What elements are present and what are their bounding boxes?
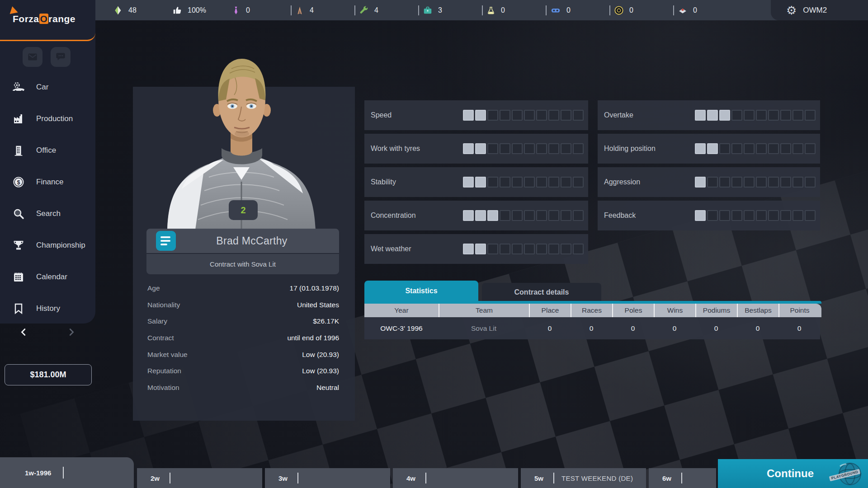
chevron-right-icon[interactable] (66, 327, 76, 337)
tower-icon (295, 5, 304, 15)
skill-meter (695, 143, 816, 154)
skill-square (512, 210, 523, 221)
continue-label: Continue (767, 467, 814, 480)
flask-icon (486, 5, 495, 15)
skill-square (512, 110, 523, 121)
sidebar-item-finance[interactable]: $Finance (0, 166, 95, 198)
info-value: Low (20.93) (302, 351, 339, 359)
skill-square (475, 244, 486, 254)
skill-label: Speed (371, 111, 392, 119)
continue-button[interactable]: Continue PLAYGROUND (718, 459, 868, 488)
mail-button[interactable] (23, 47, 42, 67)
info-label: Salary (147, 317, 167, 325)
resource-tie[interactable]: 0 (231, 5, 291, 15)
skill-square (524, 244, 535, 254)
skill-overtake: Overtake (598, 100, 820, 130)
info-label: Contract (147, 334, 174, 342)
skill-square (487, 110, 498, 121)
skill-square (573, 143, 584, 154)
chevron-left-icon[interactable] (19, 327, 29, 337)
resource-value: 0 (501, 6, 505, 14)
stats-table-header: YearTeamPlaceRacesPolesWinsPodiumsBestla… (364, 304, 821, 317)
topbar-separator (482, 5, 483, 15)
current-week-panel: 1w-1996 (0, 457, 134, 488)
chat-button[interactable] (51, 47, 71, 67)
week-divider (170, 473, 170, 483)
skill-meter (695, 177, 816, 188)
skills-column-left: SpeedWork with tyresStabilityConcentrati… (364, 100, 588, 267)
table-column-podiums: Podiums (695, 304, 737, 317)
skill-square (695, 110, 706, 121)
skill-square (561, 110, 571, 121)
tab-statistics[interactable]: Statistics (364, 281, 478, 301)
skill-square (695, 177, 706, 188)
week-label: 4w (406, 474, 415, 482)
resource-wrench[interactable]: 4 (359, 5, 418, 15)
skill-square (719, 210, 730, 221)
skill-square (561, 210, 571, 221)
budget-display[interactable]: $181.00M (5, 364, 92, 385)
sidebar-item-calendar[interactable]: Calendar (0, 261, 95, 293)
resource-value: 48 (128, 6, 137, 14)
sidebar-item-label: Car (36, 83, 48, 92)
resource-value: 100% (188, 6, 206, 14)
topbar-separator (609, 5, 610, 15)
resource-part[interactable]: 0 (678, 5, 737, 15)
skill-square (573, 210, 584, 221)
sidebar-item-office[interactable]: Office (0, 135, 95, 166)
tab-contract-details[interactable]: Contract details (482, 283, 601, 301)
skill-square (463, 210, 474, 221)
resource-gem[interactable]: 48 (113, 5, 172, 15)
week-event: TEST WEEKEND (DE) (561, 474, 633, 482)
profile-section[interactable]: ⚙ OWM2 (771, 0, 868, 20)
resource-tower[interactable]: 4 (295, 5, 354, 15)
gem-icon (113, 5, 123, 15)
skill-square (548, 244, 559, 254)
skill-meter (463, 110, 584, 121)
skill-square (500, 244, 510, 254)
skill-square (500, 143, 510, 154)
skill-square (805, 177, 816, 188)
sidebar-item-search[interactable]: Search (0, 198, 95, 230)
resource-value: 0 (566, 6, 571, 14)
skill-square (780, 110, 791, 121)
skill-square (719, 110, 730, 121)
skill-concentration: Concentration (364, 201, 588, 230)
logo-text-1: Forza (13, 14, 39, 24)
driver-info-list: Age17 (01.03.1978)NationalityUnited Stat… (147, 280, 339, 396)
skill-meter (695, 110, 816, 121)
resource-value: 3 (438, 6, 442, 14)
finance-icon: $ (11, 176, 26, 188)
menu-icon[interactable] (156, 231, 176, 251)
skill-square (561, 177, 571, 188)
table-column-year: Year (364, 304, 439, 317)
skill-square (719, 143, 730, 154)
resource-toolbox[interactable]: 3 (423, 5, 482, 15)
skill-meter (463, 210, 584, 221)
sidebar-item-label: History (36, 304, 60, 313)
skill-square (512, 244, 523, 254)
sidebar-item-championship[interactable]: Championship (0, 230, 95, 261)
topbar-separator (291, 5, 292, 15)
driver-info-row: Salary$26.17K (147, 313, 339, 330)
topbar-resources: 48100%04430000 (113, 0, 737, 20)
sidebar-item-production[interactable]: Production (0, 103, 95, 135)
resource-gamepad[interactable]: 0 (550, 5, 609, 15)
current-week-label: 1w-1996 (25, 469, 51, 477)
skill-aggression: Aggression (598, 167, 820, 197)
resource-tyre[interactable]: 0 (614, 5, 673, 15)
skill-square (805, 110, 816, 121)
skill-square (780, 210, 791, 221)
skill-square (573, 244, 584, 254)
topbar-separator (673, 5, 674, 15)
skill-label: Holding position (604, 145, 656, 153)
sidebar-item-car[interactable]: Car (0, 71, 95, 103)
resource-value: 0 (246, 6, 250, 14)
week-divider (297, 473, 298, 483)
calendar-icon (11, 271, 26, 283)
resource-thumbs-up[interactable]: 100% (172, 5, 231, 15)
skill-square (756, 210, 767, 221)
resource-flask[interactable]: 0 (486, 5, 546, 15)
skill-square (768, 110, 779, 121)
sidebar-item-history[interactable]: History (0, 293, 95, 324)
